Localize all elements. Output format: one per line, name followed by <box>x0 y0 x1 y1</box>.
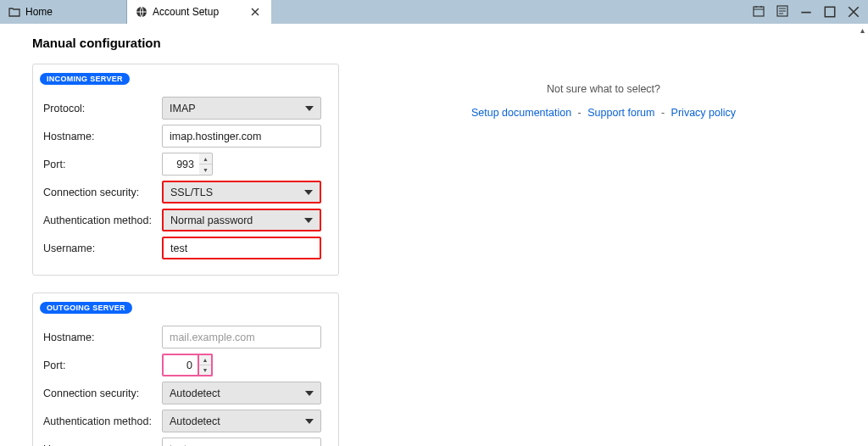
outgoing-port-label: Port: <box>43 360 162 371</box>
chevron-up-icon[interactable]: ▲ <box>199 355 211 365</box>
calendar-button[interactable] <box>753 5 765 20</box>
incoming-protocol-select[interactable]: IMAP <box>162 97 321 120</box>
incoming-server-panel: INCOMING SERVER Protocol: IMAP Hostname:… <box>32 64 339 276</box>
incoming-security-label: Connection security: <box>43 187 162 198</box>
privacy-policy-link[interactable]: Privacy policy <box>671 107 736 119</box>
separator: - <box>661 107 665 119</box>
outgoing-hostname-label: Hostname: <box>43 332 162 343</box>
outgoing-server-panel: OUTGOING SERVER Hostname: Port: ▲▼ Conne… <box>32 293 339 446</box>
outgoing-security-select[interactable]: Autodetect <box>162 382 321 404</box>
window-maximize[interactable] <box>824 6 836 18</box>
help-panel: Not sure what to select? Setup documenta… <box>339 24 868 446</box>
outgoing-security-label: Connection security: <box>43 387 162 399</box>
incoming-security-select[interactable]: SSL/TLS <box>162 181 321 203</box>
incoming-username-input[interactable] <box>162 237 321 259</box>
outgoing-auth-select[interactable]: Autodetect <box>162 410 321 432</box>
chevron-up-icon[interactable]: ▲ <box>199 153 212 164</box>
incoming-auth-select[interactable]: Normal password <box>162 209 321 231</box>
tab-home[interactable]: Home <box>0 0 127 24</box>
calendar-icon <box>753 5 765 17</box>
incoming-port-input[interactable] <box>162 153 199 176</box>
folder-icon <box>8 7 20 17</box>
titlebar: Home Account Setup <box>0 0 868 24</box>
window-minimize[interactable] <box>800 6 812 18</box>
setup-doc-link[interactable]: Setup documentation <box>471 107 571 119</box>
outgoing-hostname-input[interactable] <box>162 326 321 348</box>
titlebar-controls <box>744 0 868 24</box>
incoming-protocol-label: Protocol: <box>43 103 162 114</box>
incoming-port-stepper[interactable]: ▲▼ <box>199 153 213 176</box>
scroll-up-indicator[interactable]: ▴ <box>860 25 865 35</box>
incoming-auth-label: Authentication method: <box>43 215 162 226</box>
tab-home-label: Home <box>25 6 53 18</box>
outgoing-username-label: Username: <box>43 443 162 447</box>
tab-close-button[interactable] <box>248 8 263 16</box>
window-close[interactable] <box>848 6 860 18</box>
chevron-down-icon[interactable]: ▼ <box>199 365 211 375</box>
tab-account-setup[interactable]: Account Setup <box>127 0 271 24</box>
help-links: Setup documentation - Support forum - Pr… <box>471 107 736 119</box>
incoming-username-label: Username: <box>43 243 162 254</box>
incoming-hostname-input[interactable] <box>162 125 321 148</box>
tasks-button[interactable] <box>776 5 788 20</box>
maximize-icon <box>824 6 836 18</box>
close-icon <box>848 6 860 18</box>
help-title: Not sure what to select? <box>547 83 660 95</box>
separator: - <box>578 107 581 119</box>
svg-rect-3 <box>825 7 834 16</box>
outgoing-username-input[interactable] <box>162 438 321 446</box>
outgoing-port-stepper[interactable]: ▲▼ <box>199 354 213 376</box>
tab-active-label: Account Setup <box>153 6 219 18</box>
svg-rect-1 <box>754 7 764 16</box>
globe-icon <box>136 6 147 18</box>
incoming-badge: INCOMING SERVER <box>40 73 130 85</box>
tasks-icon <box>776 5 788 17</box>
incoming-hostname-label: Hostname: <box>43 131 162 142</box>
outgoing-auth-label: Authentication method: <box>43 415 162 427</box>
outgoing-port-input[interactable] <box>162 354 199 376</box>
page-title: Manual configuration <box>32 36 339 50</box>
minimize-icon <box>800 6 812 18</box>
close-icon <box>251 8 259 16</box>
outgoing-badge: OUTGOING SERVER <box>40 302 132 314</box>
support-forum-link[interactable]: Support forum <box>587 107 654 119</box>
chevron-down-icon[interactable]: ▼ <box>199 164 212 175</box>
incoming-port-label: Port: <box>43 159 162 170</box>
